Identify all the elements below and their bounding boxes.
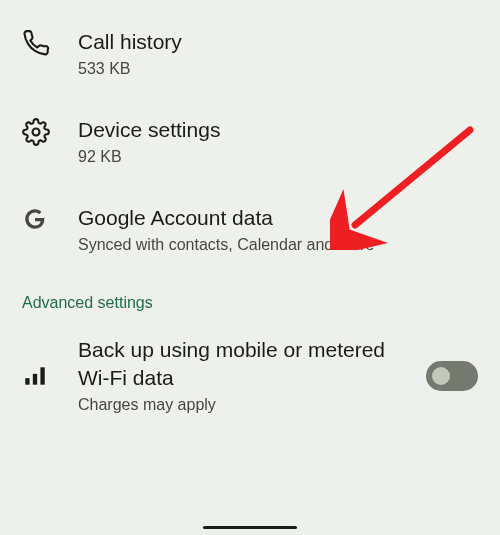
svg-rect-3 (40, 367, 44, 384)
item-subtitle: 533 KB (78, 59, 478, 80)
gear-icon (22, 116, 78, 146)
svg-rect-1 (25, 378, 29, 385)
google-g-icon (22, 204, 78, 232)
phone-icon (22, 28, 78, 58)
toggle-thumb (432, 367, 450, 385)
item-title: Back up using mobile or metered Wi-Fi da… (78, 336, 416, 391)
section-advanced-settings: Advanced settings (0, 274, 500, 322)
item-call-history[interactable]: Call history 533 KB (0, 10, 500, 98)
item-device-settings[interactable]: Device settings 92 KB (0, 98, 500, 186)
svg-point-0 (33, 129, 40, 136)
item-title: Device settings (78, 116, 478, 143)
svg-rect-2 (33, 374, 37, 385)
item-subtitle: 92 KB (78, 147, 478, 168)
item-title: Call history (78, 28, 478, 55)
backup-toggle[interactable] (426, 361, 478, 391)
item-backup-mobile-data[interactable]: Back up using mobile or metered Wi-Fi da… (0, 322, 500, 433)
nav-bar-indicator (203, 526, 297, 529)
item-subtitle: Synced with contacts, Calendar and more (78, 235, 478, 256)
item-google-account-data[interactable]: Google Account data Synced with contacts… (0, 186, 500, 274)
item-title: Google Account data (78, 204, 478, 231)
backup-list: Call history 533 KB Device settings 92 K… (0, 0, 500, 434)
item-subtitle: Charges may apply (78, 395, 416, 416)
bars-icon (22, 363, 78, 389)
